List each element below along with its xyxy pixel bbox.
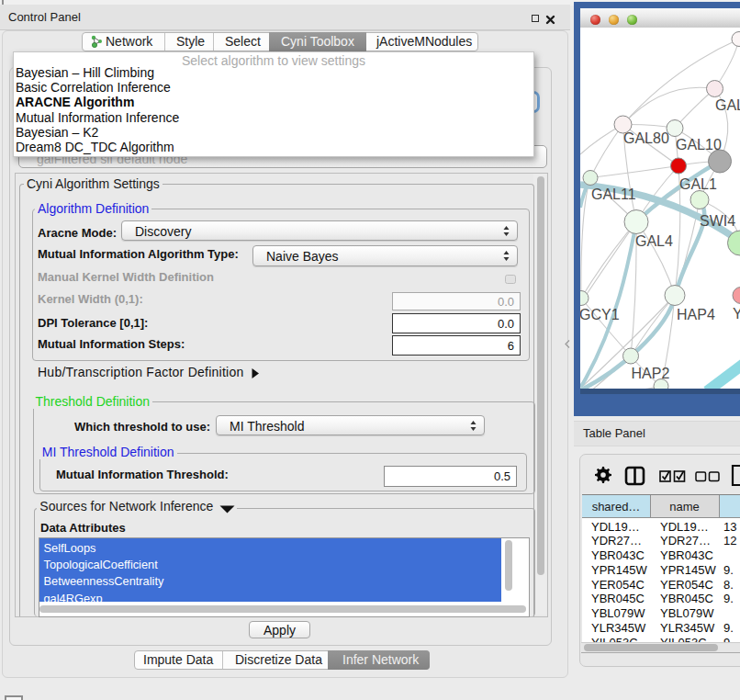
svg-text:YB: YB bbox=[733, 306, 740, 322]
svg-text:GAL4: GAL4 bbox=[635, 233, 673, 249]
svg-text:HAP4: HAP4 bbox=[677, 307, 715, 322]
svg-text:GAL10: GAL10 bbox=[676, 137, 722, 152]
svg-text:GCY1: GCY1 bbox=[580, 307, 620, 322]
svg-text:GAL11: GAL11 bbox=[591, 186, 636, 202]
svg-text:HAP2: HAP2 bbox=[632, 366, 670, 381]
svg-text:SWI4: SWI4 bbox=[700, 213, 735, 229]
svg-text:GAL80: GAL80 bbox=[623, 130, 669, 146]
svg-text:GAL7: GAL7 bbox=[715, 97, 740, 113]
svg-text:GAL1: GAL1 bbox=[679, 176, 717, 192]
